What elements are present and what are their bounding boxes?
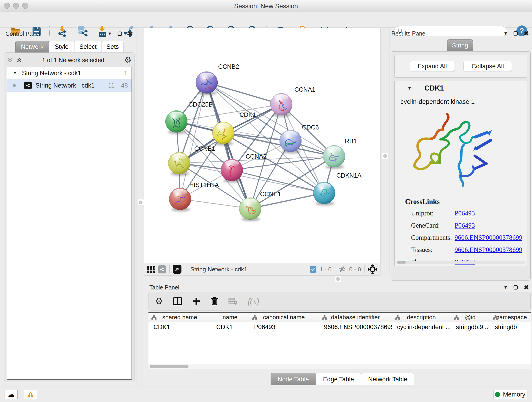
node-label: CCNB1 <box>194 145 215 152</box>
crosslink-label: Uniprot: <box>411 210 455 217</box>
collection-count: 1 <box>124 70 127 77</box>
table-cell: stringdb <box>490 322 531 332</box>
delete-column-trash-icon[interactable] <box>210 297 218 306</box>
detach-view-button[interactable] <box>173 265 181 274</box>
tab-sets[interactable]: Sets <box>102 41 123 53</box>
column-header-description[interactable]: description <box>392 313 451 322</box>
tab-network-table[interactable]: Network Table <box>361 373 414 385</box>
protein-card-header[interactable]: ▼ CDK1 <box>394 81 527 95</box>
crosslink-value-link[interactable]: 9606.ENSP00000378699 <box>455 246 527 254</box>
collection-expand-icon[interactable]: ▼ <box>13 71 17 75</box>
network-node-CDKN1A[interactable]: CDKN1A <box>313 172 361 206</box>
crosslink-label: Compartments: <box>411 234 455 241</box>
create-column-plus-icon[interactable] <box>192 297 201 305</box>
splitter-handle[interactable] <box>383 154 387 158</box>
crosslink-row: Compartments:9606.ENSP00000378699 <box>411 231 527 244</box>
results-panel: Results Panel ▼ ✖ String Expand All Coll… <box>389 28 532 282</box>
tab-node-table[interactable]: Node Table <box>271 373 316 385</box>
table-row[interactable]: CDK1CDK1P064939606.ENSP00000378699cyclin… <box>148 322 531 332</box>
network-edge[interactable] <box>232 170 324 193</box>
tab-network[interactable]: Network <box>15 41 49 53</box>
column-header-namespace[interactable]: namespace <box>490 313 531 322</box>
network-node-RB1[interactable]: RB1 <box>323 138 357 169</box>
crosslink-row: Tissues:9606.ENSP00000378699 <box>411 244 527 256</box>
table-options-gear-icon[interactable]: ⚙ <box>155 297 163 306</box>
node-label: CDKN1A <box>336 172 361 179</box>
splitter-handle[interactable] <box>139 201 143 204</box>
network-row-selected[interactable]: String Network - cdk1 11 48 <box>7 79 132 92</box>
tab-string[interactable]: String <box>447 39 473 51</box>
toolbar-separator <box>335 265 335 274</box>
close-panel-icon[interactable]: ✖ <box>128 31 133 37</box>
function-builder-icon: f(x) <box>248 296 259 306</box>
selected-checkbox-icon[interactable] <box>310 266 317 273</box>
float-panel-icon[interactable] <box>513 31 518 36</box>
network-tab-content: 1 of 1 Network selected ⚙ ▼ String Netwo… <box>4 52 134 382</box>
show-columns-icon[interactable] <box>173 297 182 305</box>
status-bar: ☁ Memory <box>0 386 532 402</box>
network-options-gear-icon[interactable]: ⚙ <box>124 56 132 64</box>
column-label: canonical name <box>263 314 305 321</box>
node-label: CCNB2 <box>218 63 239 70</box>
column-header-database-identifier[interactable]: database identifier <box>319 313 392 322</box>
right-splitter[interactable] <box>380 28 389 275</box>
float-panel-icon[interactable] <box>513 285 518 290</box>
column-header-@id[interactable]: @id <box>451 313 490 322</box>
close-panel-icon[interactable]: ✖ <box>524 284 529 290</box>
selected-count: 1 - 0 <box>320 266 331 273</box>
left-splitter[interactable] <box>137 28 144 386</box>
network-node-CDK1[interactable]: CDK1 <box>212 111 256 146</box>
network-type-icon[interactable] <box>158 265 166 274</box>
center-view-crosshair-icon[interactable] <box>368 264 377 274</box>
collapse-all-button[interactable]: Collapse All <box>463 61 512 72</box>
crosslink-value-link[interactable]: 9606.ENSP00000378699 <box>455 234 527 241</box>
table-tabs: Node TableEdge TableNetwork Table <box>271 373 414 385</box>
memory-button[interactable]: Memory <box>493 390 527 399</box>
panel-menu-icon[interactable]: ▼ <box>503 285 508 290</box>
network-view-title: String Network - cdk1 <box>190 266 247 273</box>
column-header-canonical-name[interactable]: canonical name <box>249 313 319 322</box>
collapse-card-icon[interactable]: ▼ <box>407 86 412 91</box>
float-panel-icon[interactable] <box>117 31 122 36</box>
column-header-name[interactable]: name <box>211 313 249 322</box>
tab-style[interactable]: Style <box>49 41 74 53</box>
cloud-icon: ☁ <box>8 391 15 398</box>
splitter-handle[interactable] <box>336 277 340 281</box>
crosslink-value-link[interactable]: P06493 <box>455 222 527 229</box>
window-title: Session: New Session <box>0 2 532 10</box>
panel-menu-icon[interactable]: ▼ <box>108 31 112 36</box>
toolbar-separator <box>169 265 170 274</box>
network-graph[interactable]: CCNB2CCNA1CDC25BCDK1CDC6RB1CCNB1CCNA2CDK… <box>144 28 380 263</box>
network-column-icon <box>151 315 157 320</box>
control-panel-tabs: NetworkStyleSelectSets <box>15 41 123 53</box>
expand-all-icon[interactable] <box>16 57 22 63</box>
table-horizontal-scrollbar[interactable] <box>148 364 531 369</box>
crosslink-value-link[interactable]: P06493 <box>455 210 527 217</box>
collection-label: String Network - cdk1 <box>22 70 81 77</box>
column-header-shared-name[interactable]: shared name <box>148 313 211 322</box>
cloud-status-button[interactable]: ☁ <box>5 390 18 399</box>
table-cell: P06493 <box>249 322 319 332</box>
expand-all-button[interactable]: Expand All <box>410 61 455 72</box>
tab-select[interactable]: Select <box>74 41 102 53</box>
card-horizontal-scrollbar[interactable] <box>396 261 525 264</box>
table-cell: cyclin-dependent ... <box>392 322 451 332</box>
panel-menu-icon[interactable]: ▼ <box>503 31 508 36</box>
collapse-all-icon[interactable] <box>7 57 13 63</box>
crosslinks-heading: CrossLinks <box>405 198 527 206</box>
network-node-CCNA1[interactable]: CCNA1 <box>270 86 316 117</box>
column-label: description <box>407 314 436 321</box>
table-header-row: shared namenamecanonical namedatabase id… <box>148 313 531 322</box>
network-collection-row[interactable]: ▼ String Network - cdk1 1 <box>7 67 132 79</box>
crosslink-row: GeneCard:P06493 <box>411 219 527 231</box>
hidden-eye-slash-icon <box>338 266 346 273</box>
node-label: CCNE1 <box>260 191 281 198</box>
network-column-icon <box>322 315 327 320</box>
birdseye-grid-icon[interactable] <box>147 266 155 273</box>
network-node-HIST1H1A[interactable]: HIST1H1A <box>169 182 219 211</box>
close-panel-icon[interactable]: ✖ <box>524 31 529 36</box>
warnings-button[interactable] <box>24 390 37 399</box>
network-canvas[interactable]: CCNB2CCNA1CDC25BCDK1CDC6RB1CCNB1CCNA2CDK… <box>144 28 380 263</box>
tab-edge-table[interactable]: Edge Table <box>316 373 361 385</box>
network-column-icon <box>395 315 400 320</box>
